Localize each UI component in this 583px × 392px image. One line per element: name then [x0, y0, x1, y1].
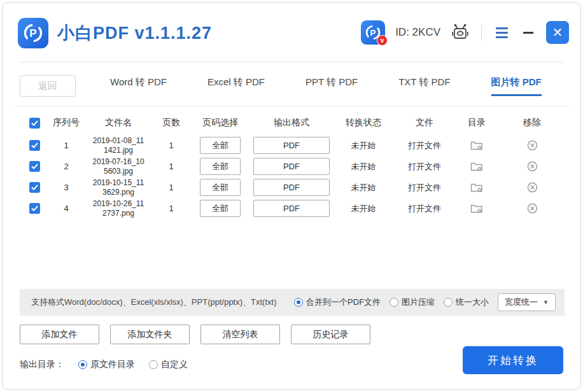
radio-icon [444, 298, 453, 307]
tab-excel-to-pdf[interactable]: Excel 转 PDF [207, 76, 265, 96]
col-header-page-select: 页码选择 [189, 117, 251, 129]
row-index: 4 [49, 204, 83, 213]
row-filename: 2019-10-15_113629.png [91, 178, 146, 197]
history-button[interactable]: 历史记录 [291, 325, 370, 344]
row-status: 未开始 [332, 140, 395, 151]
radio-icon [149, 360, 158, 369]
select-all-checkbox[interactable] [29, 118, 40, 129]
user-id-label: ID: 2KCV [395, 26, 440, 39]
table-row: 4 2019-10-26_112737.png 1 全部 PDF 未开始 打开文… [20, 198, 565, 219]
page-select-button[interactable]: 全部 [200, 137, 241, 154]
tab-image-to-pdf[interactable]: 图片转 PDF [491, 76, 542, 96]
output-format-button[interactable]: PDF [253, 158, 330, 175]
tab-word-to-pdf[interactable]: Word 转 PDF [110, 76, 167, 96]
merge-pdf-label: 合并到一个PDF文件 [306, 297, 381, 308]
size-mode-dropdown[interactable]: 宽度统一 ▼ [498, 293, 556, 311]
col-header-remove: 移除 [500, 117, 565, 129]
row-checkbox[interactable] [29, 182, 40, 193]
merge-pdf-radio[interactable]: 合并到一个PDF文件 [294, 297, 381, 308]
image-compress-radio[interactable]: 图片压缩 [390, 297, 435, 308]
row-pages: 1 [153, 162, 189, 171]
account-logo: P v [361, 20, 385, 45]
tab-separator [14, 106, 569, 106]
file-table: 序列号 文件名 页数 页码选择 输出格式 转换状态 文件 目录 移除 1 201… [20, 111, 565, 219]
output-directory-label: 输出目录： [20, 359, 64, 370]
row-status: 未开始 [332, 161, 395, 172]
page-select-button[interactable]: 全部 [200, 200, 241, 217]
supported-formats-label: 支持格式Word(doc/docx)、Excel(xls/xlsx)、PPT(p… [31, 297, 276, 308]
row-index: 3 [49, 183, 83, 192]
output-directory-row: 输出目录： 原文件目录 自定义 [20, 359, 188, 370]
image-compress-label: 图片压缩 [402, 297, 435, 308]
formats-bar: 支持格式Word(doc/docx)、Excel(xls/xlsx)、PPT(p… [20, 289, 565, 316]
radio-selected-icon [78, 360, 87, 369]
start-convert-button[interactable]: 开始转换 [463, 346, 563, 374]
open-file-link[interactable]: 打开文件 [408, 203, 441, 214]
remove-icon[interactable] [527, 182, 538, 193]
row-checkbox[interactable] [29, 140, 40, 151]
svg-text:P: P [370, 28, 376, 38]
row-pages: 1 [153, 141, 189, 150]
row-pages: 1 [153, 183, 189, 192]
row-pages: 1 [153, 204, 189, 213]
header-separator [20, 62, 563, 62]
folder-icon[interactable] [470, 182, 483, 193]
row-status: 未开始 [332, 203, 395, 214]
tab-bar: 返回 Word 转 PDF Excel 转 PDF PPT 转 PDF TXT … [20, 71, 565, 101]
app-window: P 小白PDF v1.1.1.27 P v ID: 2KCV [2, 2, 581, 390]
add-folder-button[interactable]: 添加文件夹 [110, 325, 190, 344]
row-filename: 2019-07-16_105603.jpg [91, 157, 146, 176]
row-index: 1 [49, 141, 83, 150]
clear-list-button[interactable]: 清空列表 [200, 325, 280, 344]
custom-directory-label: 自定义 [161, 359, 188, 370]
col-header-pages: 页数 [153, 117, 189, 129]
output-format-button[interactable]: PDF [253, 137, 330, 154]
output-format-button[interactable]: PDF [253, 200, 330, 217]
remove-icon[interactable] [527, 140, 538, 151]
row-filename: 2019-10-26_112737.png [91, 199, 146, 218]
vip-badge-icon: v [377, 35, 388, 46]
tab-ppt-to-pdf[interactable]: PPT 转 PDF [306, 76, 358, 96]
source-directory-label: 原文件目录 [90, 359, 135, 370]
folder-icon[interactable] [470, 161, 483, 172]
col-header-output-format: 输出格式 [251, 117, 332, 129]
title-bar: P 小白PDF v1.1.1.27 P v ID: 2KCV [3, 3, 580, 64]
source-directory-radio[interactable]: 原文件目录 [78, 359, 135, 370]
open-file-link[interactable]: 打开文件 [408, 182, 441, 193]
brand: P 小白PDF v1.1.1.27 [18, 18, 212, 48]
robot-service-icon[interactable] [451, 24, 470, 41]
page-select-button[interactable]: 全部 [200, 179, 241, 196]
svg-text:P: P [29, 27, 36, 39]
row-checkbox[interactable] [29, 161, 40, 172]
action-buttons: 添加文件 添加文件夹 清空列表 历史记录 [20, 325, 370, 344]
menu-icon[interactable] [493, 25, 510, 41]
row-filename: 2019-01-08_111421.jpg [91, 136, 146, 155]
output-format-button[interactable]: PDF [253, 179, 330, 196]
add-file-button[interactable]: 添加文件 [20, 325, 99, 344]
col-header-status: 转换状态 [332, 117, 395, 129]
table-row: 1 2019-01-08_111421.jpg 1 全部 PDF 未开始 打开文… [20, 135, 565, 156]
row-checkbox[interactable] [29, 203, 40, 214]
col-header-index: 序列号 [49, 117, 83, 129]
remove-icon[interactable] [527, 161, 538, 172]
custom-directory-radio[interactable]: 自定义 [149, 359, 188, 370]
open-file-link[interactable]: 打开文件 [408, 161, 441, 172]
back-button[interactable]: 返回 [20, 75, 76, 97]
page-select-button[interactable]: 全部 [200, 158, 241, 175]
radio-icon [390, 298, 398, 307]
minimize-button[interactable] [521, 25, 536, 40]
close-button[interactable]: ✕ [546, 21, 569, 44]
uniform-size-radio[interactable]: 统一大小 [444, 297, 489, 308]
tab-txt-to-pdf[interactable]: TXT 转 PDF [398, 76, 450, 96]
uniform-size-label: 统一大小 [456, 297, 489, 308]
open-file-link[interactable]: 打开文件 [408, 140, 441, 151]
app-logo-icon: P [18, 18, 48, 48]
row-status: 未开始 [332, 182, 395, 193]
col-header-file: 文件 [395, 117, 454, 129]
table-row: 3 2019-10-15_113629.png 1 全部 PDF 未开始 打开文… [20, 177, 565, 198]
folder-icon[interactable] [470, 140, 483, 151]
table-row: 2 2019-07-16_105603.jpg 1 全部 PDF 未开始 打开文… [20, 156, 565, 177]
folder-icon[interactable] [470, 203, 483, 214]
chevron-down-icon: ▼ [543, 299, 549, 305]
remove-icon[interactable] [527, 203, 538, 214]
